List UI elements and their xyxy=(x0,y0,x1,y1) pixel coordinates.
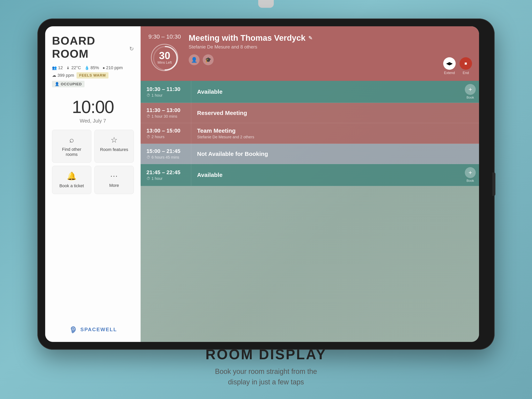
right-panel: 9:30 – 10:30 30 Mins Left xyxy=(141,26,479,342)
person-add-icon: 👤 xyxy=(191,57,197,63)
room-features-label: Room features xyxy=(100,147,128,152)
find-other-rooms-button[interactable]: ⌕ Find other rooms xyxy=(52,130,91,163)
slot-label-slot-1300: Team Meeting xyxy=(197,127,456,134)
book-plus-icon: + xyxy=(465,167,476,178)
time-main-slot-1300: 13:00 – 15:00 xyxy=(146,128,185,134)
end-button[interactable]: ■ End xyxy=(460,57,472,75)
bottom-title: ROOM DISPLAY xyxy=(0,346,532,362)
meeting-timer: 9:30 – 10:30 30 Mins Left xyxy=(148,33,181,71)
action-col-slot-1030: + Book xyxy=(462,81,479,103)
info-col-slot-1500: Not Available for Booking xyxy=(191,144,462,164)
time-main-slot-2145: 21:45 – 22:45 xyxy=(146,169,185,175)
current-meeting-block: 9:30 – 10:30 30 Mins Left xyxy=(141,26,479,81)
ceiling-light xyxy=(258,0,274,8)
extend-arrows-icon: ◀▶ xyxy=(446,61,453,66)
clock-icon: ⏱ xyxy=(146,93,150,98)
meeting-icon-2[interactable]: 🎓 xyxy=(203,54,214,65)
logo-area: SPACEWELL xyxy=(52,325,134,334)
person-icon: 👤 xyxy=(55,82,60,86)
slot-label-slot-1030: Available xyxy=(197,89,456,95)
clock-icon: ⏱ xyxy=(146,176,150,181)
temp-stat: 🌡 22°C xyxy=(66,65,81,70)
meeting-title: Meeting with Thomas Verdyck ✎ xyxy=(189,33,471,43)
spacewell-logo: SPACEWELL xyxy=(69,325,117,334)
screen-content: BOARD ROOM ↻ 👥 12 🌡 22°C 💧 85% xyxy=(45,26,479,342)
current-time-range: 9:30 – 10:30 xyxy=(148,33,181,40)
book-ticket-label: Book a ticket xyxy=(59,183,84,188)
power-button[interactable] xyxy=(492,172,495,196)
bell-icon: 🔔 xyxy=(67,171,76,180)
time-main-slot-1130: 11:30 – 13:00 xyxy=(146,107,185,113)
extend-button[interactable]: ◀▶ Extend xyxy=(443,57,456,75)
time-col-slot-1500: 15:00 – 21:45 ⏱ 6 hours 45 mins xyxy=(141,144,191,164)
people-count: 12 xyxy=(58,65,63,70)
info-col-slot-1130: Reserved Meeting xyxy=(191,103,462,123)
info-col-slot-2145: Available xyxy=(191,164,462,186)
humidity-icon: 💧 xyxy=(84,65,89,70)
ellipsis-icon: ··· xyxy=(110,171,118,180)
bottom-section: ROOM DISPLAY Book your room straight fro… xyxy=(0,346,532,387)
time-col-slot-1130: 11:30 – 13:00 ⏱ 1 hour 30 mins xyxy=(141,103,191,123)
book-label: Book xyxy=(467,96,474,100)
time-main-slot-1500: 15:00 – 21:45 xyxy=(146,148,185,154)
room-features-button[interactable]: ☆ Room features xyxy=(95,130,134,163)
time-col-slot-1300: 13:00 – 15:00 ⏱ 2 hours xyxy=(141,123,191,144)
schedule-row-slot-1030: 10:30 – 11:30 ⏱ 1 hour Available + Book xyxy=(141,81,479,103)
time-col-slot-2145: 21:45 – 22:45 ⏱ 1 hour xyxy=(141,164,191,186)
cloud-icon: ☁ xyxy=(52,73,56,78)
star-icon: ☆ xyxy=(111,135,118,144)
info-col-slot-1300: Team Meeting Stefanie De Mesure and 2 ot… xyxy=(191,123,462,144)
time-display: 10:00 Wed, July 7 xyxy=(52,97,134,124)
feels-warm-badge: FEELS WARM xyxy=(76,72,109,78)
slot-sublabel-slot-1300: Stefanie De Mesure and 2 others xyxy=(197,135,456,139)
stats-row: 👥 12 🌡 22°C 💧 85% ● 210 ppm xyxy=(52,65,134,70)
find-rooms-label: Find other rooms xyxy=(56,147,87,157)
thermometer-icon: 🌡 xyxy=(66,66,70,70)
time-col-slot-1030: 10:30 – 11:30 ⏱ 1 hour xyxy=(141,81,191,103)
end-icon-circle: ■ xyxy=(460,57,472,70)
more-label: More xyxy=(109,183,119,188)
logo-text: SPACEWELL xyxy=(80,327,117,333)
meeting-attendees: Stefanie De Mesure and 8 others xyxy=(189,44,471,50)
co2-label: 399 ppm xyxy=(57,73,74,78)
schedule-row-slot-1130: 11:30 – 13:00 ⏱ 1 hour 30 mins Reserved … xyxy=(141,103,479,123)
schedule-row-slot-1300: 13:00 – 15:00 ⏱ 2 hours Team Meeting Ste… xyxy=(141,123,479,144)
meeting-info: Meeting with Thomas Verdyck ✎ Stefanie D… xyxy=(189,33,471,70)
more-button[interactable]: ··· More xyxy=(95,166,134,194)
people-icon: 👥 xyxy=(52,65,57,70)
book-label: Book xyxy=(467,179,474,183)
search-icon: ⌕ xyxy=(69,135,74,144)
nav-grid: ⌕ Find other rooms ☆ Room features 🔔 Boo… xyxy=(52,130,134,194)
extend-label: Extend xyxy=(444,71,455,75)
clock-icon: ⏱ xyxy=(146,155,150,160)
slot-label-slot-2145: Available xyxy=(197,172,456,178)
clock-icon: ⏱ xyxy=(146,114,150,119)
duration-slot-1030: ⏱ 1 hour xyxy=(146,93,185,98)
book-ticket-button[interactable]: 🔔 Book a ticket xyxy=(52,166,91,194)
tablet-device: BOARD ROOM ↻ 👥 12 🌡 22°C 💧 85% xyxy=(37,19,495,350)
badges-row: ☁ 399 ppm FEELS WARM 👤 OCCUPIED xyxy=(52,72,134,87)
slot-label-slot-1500: Not Available for Booking xyxy=(197,151,456,157)
duration-slot-1130: ⏱ 1 hour 30 mins xyxy=(146,114,185,119)
extend-icon-circle: ◀▶ xyxy=(443,57,456,70)
refresh-icon[interactable]: ↻ xyxy=(129,45,134,52)
timer-number: 30 xyxy=(158,51,172,61)
timer-circle: 30 Mins Left xyxy=(151,44,178,71)
end-label: End xyxy=(463,71,469,75)
meeting-icon-1[interactable]: 👤 xyxy=(189,54,200,65)
book-button-slot-1030[interactable]: + Book xyxy=(465,84,476,100)
action-col-slot-1300 xyxy=(462,123,479,144)
action-col-slot-1500 xyxy=(462,144,479,164)
humidity: 85% xyxy=(90,65,99,70)
co2-secondary: ☁ 399 ppm xyxy=(52,73,74,78)
book-button-slot-2145[interactable]: + Book xyxy=(465,167,476,183)
slot-label-slot-1130: Reserved Meeting xyxy=(197,110,456,116)
left-panel: BOARD ROOM ↻ 👥 12 🌡 22°C 💧 85% xyxy=(45,26,141,342)
schedule-row-slot-1500: 15:00 – 21:45 ⏱ 6 hours 45 mins Not Avai… xyxy=(141,144,479,164)
timer-display: 30 Mins Left xyxy=(158,51,172,65)
people-stat: 👥 12 xyxy=(52,65,63,70)
duration-slot-1300: ⏱ 2 hours xyxy=(146,135,185,139)
room-title: BOARD ROOM xyxy=(52,34,129,60)
edit-icon[interactable]: ✎ xyxy=(308,35,313,41)
stop-icon: ■ xyxy=(464,61,467,66)
